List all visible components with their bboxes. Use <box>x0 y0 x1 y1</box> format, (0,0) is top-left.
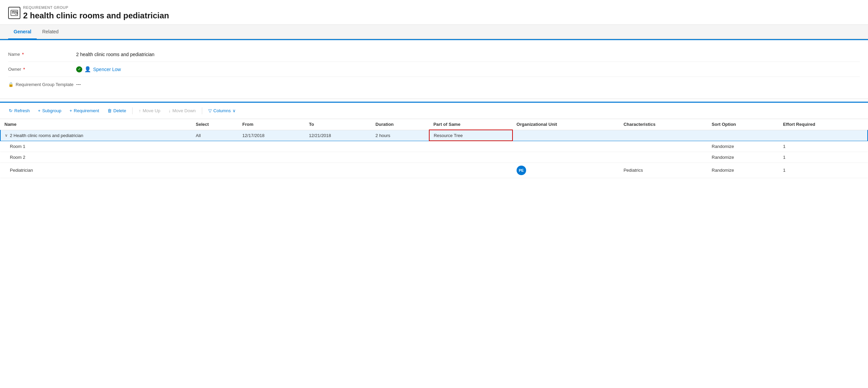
cell-from <box>238 152 305 163</box>
cell-select <box>192 152 238 163</box>
cell-sort-option: Randomize <box>708 163 779 178</box>
move-up-label: Move Up <box>143 108 160 113</box>
add-requirement-icon: + <box>70 108 72 113</box>
cell-name: Room 2 <box>0 152 192 163</box>
name-required-star: * <box>22 52 24 57</box>
move-up-button[interactable]: ↑ Move Up <box>135 106 164 115</box>
cell-name: ∨ 2 Health clinic rooms and pediatrician <box>0 130 192 141</box>
template-label-text: Requirement Group Template <box>16 82 73 87</box>
col-header-characteristics: Characteristics <box>620 119 708 130</box>
columns-button[interactable]: ▽ Columns ∨ <box>205 106 239 115</box>
page-title: 2 health clinic rooms and pediatrician <box>23 11 169 20</box>
cell-sort-option: Randomize <box>708 141 779 152</box>
chevron-icon: ∨ <box>5 133 8 138</box>
add-subgroup-icon: + <box>38 108 41 113</box>
form-row-name: Name * 2 health clinic rooms and pediatr… <box>8 47 860 62</box>
toolbar-separator-2 <box>202 107 202 114</box>
cell-to <box>305 152 371 163</box>
cell-part-of-same <box>429 141 513 152</box>
cell-org-unit <box>513 152 620 163</box>
cell-select <box>192 163 238 178</box>
cell-to <box>305 141 371 152</box>
table-row[interactable]: Pediatrician PE Pediatrics Randomize 1 <box>0 163 868 178</box>
tab-general[interactable]: General <box>8 25 37 39</box>
name-label: Name * <box>8 52 76 57</box>
refresh-button[interactable]: ↻ Refresh <box>5 106 33 115</box>
owner-name[interactable]: Spencer Low <box>93 67 121 72</box>
org-unit-badge: PE <box>517 166 526 175</box>
move-down-label: Move Down <box>172 108 196 113</box>
grid-section: ↻ Refresh + Subgroup + Requirement 🗑 Del… <box>0 102 868 178</box>
cell-from <box>238 141 305 152</box>
entity-type-label: REQUIREMENT GROUP <box>23 5 169 10</box>
cell-to: 12/21/2018 <box>305 130 371 141</box>
cell-duration <box>371 141 429 152</box>
refresh-icon: ↻ <box>9 108 13 113</box>
cell-duration: 2 hours <box>371 130 429 141</box>
subgroup-button[interactable]: + Subgroup <box>35 106 65 115</box>
delete-button[interactable]: 🗑 Delete <box>104 106 130 115</box>
toolbar-separator-1 <box>132 107 133 114</box>
form-section: Name * 2 health clinic rooms and pediatr… <box>0 40 868 99</box>
cell-characteristics: Pediatrics <box>620 163 708 178</box>
owner-label-text: Owner <box>8 67 21 72</box>
delete-icon: 🗑 <box>107 108 112 113</box>
cell-characteristics <box>620 130 708 141</box>
cell-from: 12/17/2018 <box>238 130 305 141</box>
cell-characteristics <box>620 152 708 163</box>
cell-sort-option: Randomize <box>708 152 779 163</box>
move-up-icon: ↑ <box>139 108 141 113</box>
group-name-text: 2 Health clinic rooms and pediatrician <box>10 133 83 138</box>
columns-label: Columns <box>213 108 231 113</box>
cell-characteristics <box>620 141 708 152</box>
owner-value[interactable]: ✓ 👤 Spencer Low <box>76 66 121 72</box>
svg-rect-1 <box>12 11 15 12</box>
requirements-table: Name Select From To Duration Part of Sam… <box>0 119 868 178</box>
entity-icon <box>8 7 20 19</box>
cell-name: Pediatrician <box>0 163 192 178</box>
owner-label: Owner * <box>8 67 76 72</box>
col-header-effort-required: Effort Required <box>779 119 868 130</box>
cell-part-of-same <box>429 163 513 178</box>
col-header-part-of-same: Part of Same <box>429 119 513 130</box>
cell-org-unit <box>513 130 620 141</box>
cell-duration <box>371 163 429 178</box>
filter-icon: ▽ <box>208 108 212 113</box>
template-label: 🔒 Requirement Group Template <box>8 82 76 87</box>
col-header-duration: Duration <box>371 119 429 130</box>
cell-org-unit <box>513 141 620 152</box>
table-row[interactable]: ∨ 2 Health clinic rooms and pediatrician… <box>0 130 868 141</box>
table-row[interactable]: Room 2 Randomize 1 <box>0 152 868 163</box>
refresh-label: Refresh <box>14 108 30 113</box>
cell-from <box>238 163 305 178</box>
delete-label: Delete <box>114 108 126 113</box>
tabs-bar: General Related <box>0 25 868 39</box>
form-row-owner: Owner * ✓ 👤 Spencer Low <box>8 62 860 77</box>
user-icon: 👤 <box>84 66 91 72</box>
form-row-template: 🔒 Requirement Group Template --- <box>8 77 860 92</box>
lock-icon: 🔒 <box>8 82 14 87</box>
name-value[interactable]: 2 health clinic rooms and pediatrician <box>76 52 154 57</box>
table-row[interactable]: Room 1 Randomize 1 <box>0 141 868 152</box>
tab-related[interactable]: Related <box>37 25 64 39</box>
cell-to <box>305 163 371 178</box>
cell-select: All <box>192 130 238 141</box>
table-header-row: Name Select From To Duration Part of Sam… <box>0 119 868 130</box>
grid-toolbar: ↻ Refresh + Subgroup + Requirement 🗑 Del… <box>0 103 868 119</box>
characteristics-label: Pediatrics <box>624 168 643 173</box>
cell-effort-required <box>779 130 868 141</box>
cell-name: Room 1 <box>0 141 192 152</box>
owner-check-icon: ✓ <box>76 66 82 72</box>
col-header-sort-option: Sort Option <box>708 119 779 130</box>
col-header-select: Select <box>192 119 238 130</box>
cell-effort-required: 1 <box>779 141 868 152</box>
move-down-button[interactable]: ↓ Move Down <box>165 106 199 115</box>
col-header-name: Name <box>0 119 192 130</box>
cell-sort-option <box>708 130 779 141</box>
svg-rect-2 <box>12 13 14 13</box>
requirement-button[interactable]: + Requirement <box>66 106 103 115</box>
col-header-from: From <box>238 119 305 130</box>
owner-required-star: * <box>23 67 25 72</box>
cell-part-of-same: Resource Tree <box>429 130 513 141</box>
cell-org-unit: PE <box>513 163 620 178</box>
